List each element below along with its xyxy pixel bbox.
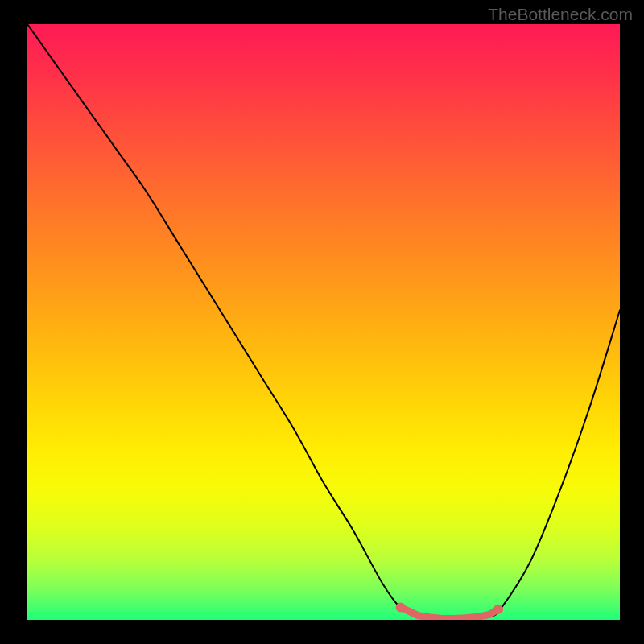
highlight-segment-endpoint xyxy=(493,605,503,614)
chart-svg xyxy=(27,24,620,620)
chart-plot-area xyxy=(27,24,620,620)
watermark-text: TheBottleneck.com xyxy=(488,5,633,24)
highlight-segment-endpoint xyxy=(396,602,406,612)
highlight-segment-line xyxy=(401,607,498,618)
highlight-segment xyxy=(396,602,503,618)
bottleneck-curve-line xyxy=(27,24,620,620)
